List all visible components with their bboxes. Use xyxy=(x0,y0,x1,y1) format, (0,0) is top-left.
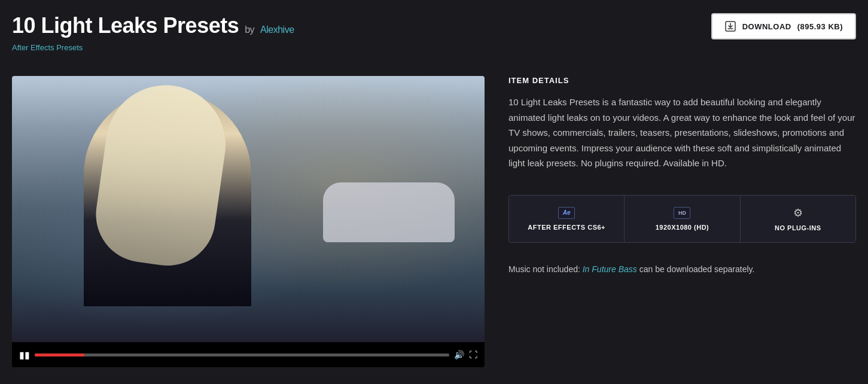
header: 10 Light Leaks Presets by Alexhive After… xyxy=(0,0,868,58)
download-icon xyxy=(724,20,736,32)
item-details-label: ITEM DETAILS xyxy=(508,76,856,85)
item-description: 10 Light Leaks Presets is a fantastic wa… xyxy=(508,95,856,171)
pause-button[interactable]: ▮▮ xyxy=(19,349,30,361)
spec-label-ae: AFTER EFFECTS CS6+ xyxy=(528,224,605,231)
video-preview xyxy=(12,76,485,342)
volume-icon[interactable]: 🔊 xyxy=(454,350,464,359)
content-area: ▮▮ 🔊 ⛶ ITEM DETAILS 10 Light Leaks Prese… xyxy=(0,58,868,379)
music-suffix: can be downloaded separately. xyxy=(639,264,755,274)
breadcrumb[interactable]: After Effects Presets xyxy=(12,43,294,52)
hd-icon: HD xyxy=(674,207,690,219)
title-section: 10 Light Leaks Presets by Alexhive After… xyxy=(12,13,294,52)
gear-icon: ⚙ xyxy=(793,206,803,220)
progress-bar[interactable] xyxy=(35,353,449,356)
download-size: (895.93 KB) xyxy=(797,22,843,31)
title-text: 10 Light Leaks Presets xyxy=(12,13,239,38)
fullscreen-icon[interactable]: ⛶ xyxy=(469,350,477,359)
spec-box-hd: HD 1920X1080 (HD) xyxy=(625,196,740,242)
spec-label-plugins: NO PLUG-INS xyxy=(775,224,821,231)
spec-box-plugins: ⚙ NO PLUG-INS xyxy=(741,196,855,242)
video-controls: ▮▮ 🔊 ⛶ xyxy=(12,342,485,367)
download-label: DOWNLOAD xyxy=(742,22,791,31)
right-panel: ITEM DETAILS 10 Light Leaks Presets is a… xyxy=(508,76,856,367)
ae-icon: Ae xyxy=(558,207,575,219)
video-car-element xyxy=(323,182,455,242)
music-link[interactable]: In Future Bass xyxy=(583,264,637,274)
author-link[interactable]: Alexhive xyxy=(260,25,294,35)
music-note: Music not included: In Future Bass can b… xyxy=(508,264,856,274)
download-button[interactable]: DOWNLOAD (895.93 KB) xyxy=(711,13,856,39)
by-label: by xyxy=(245,25,254,35)
video-player: ▮▮ 🔊 ⛶ xyxy=(12,76,485,367)
music-prefix: Music not included: xyxy=(508,264,580,274)
progress-fill xyxy=(35,353,84,356)
spec-label-hd: 1920X1080 (HD) xyxy=(656,224,709,231)
spec-boxes: Ae AFTER EFFECTS CS6+ HD 1920X1080 (HD) … xyxy=(508,195,856,243)
page-title: 10 Light Leaks Presets by Alexhive xyxy=(12,13,294,38)
spec-box-ae: Ae AFTER EFFECTS CS6+ xyxy=(509,196,625,242)
